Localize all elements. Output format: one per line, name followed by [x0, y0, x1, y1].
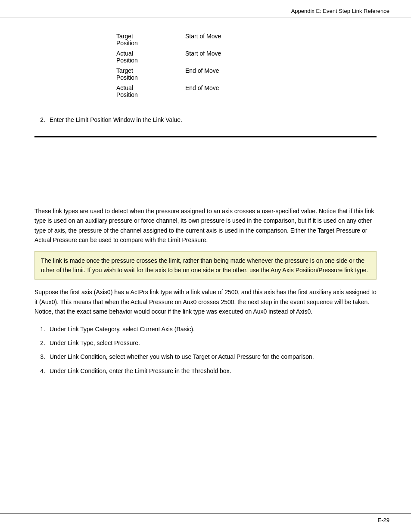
- step-number-3: 3.: [34, 352, 45, 361]
- table-row: ActualPosition End of Move: [116, 83, 241, 100]
- step-item-4: 4. Under Link Condition, enter the Limit…: [34, 366, 377, 376]
- steps-list: 1. Under Link Type Category, select Curr…: [34, 324, 377, 376]
- value-start-of-move-2: Start of Move: [172, 48, 241, 65]
- footer-page-number: E-29: [378, 517, 389, 523]
- step-content-3: Under Link Condition, select whether you…: [50, 352, 377, 361]
- table-section: TargetPosition Start of Move ActualPosit…: [34, 18, 377, 109]
- table-row: TargetPosition Start of Move: [116, 31, 241, 48]
- label-actual-position-2: ActualPosition: [116, 83, 172, 100]
- step-number-4: 4.: [34, 366, 45, 376]
- step-content-4: Under Link Condition, enter the Limit Pr…: [50, 366, 377, 376]
- note-box: The link is made once the pressure cross…: [34, 251, 377, 280]
- table-row: ActualPosition Start of Move: [116, 48, 241, 65]
- step-content-1: Under Link Type Category, select Current…: [50, 324, 377, 334]
- second-section: These link types are used to detect when…: [34, 137, 377, 376]
- label-target-position-2: TargetPosition: [116, 65, 172, 83]
- label-target-position-1: TargetPosition: [116, 31, 172, 48]
- value-end-of-move-2: End of Move: [172, 83, 241, 100]
- value-start-of-move-1: Start of Move: [172, 31, 241, 48]
- step-number-1: 1.: [34, 324, 45, 334]
- page-footer: E-29: [0, 513, 411, 523]
- label-actual-position-1: ActualPosition: [116, 48, 172, 65]
- page-header: Appendix E: Event Step Link Reference: [0, 0, 411, 18]
- page-container: Appendix E: Event Step Link Reference Ta…: [0, 0, 411, 532]
- step-number-2: 2.: [34, 338, 45, 348]
- step-item-3: 3. Under Link Condition, select whether …: [34, 352, 377, 361]
- example-text: Suppose the first axis (Axis0) has a Act…: [34, 287, 377, 316]
- table-row: TargetPosition End of Move: [116, 65, 241, 83]
- numbered-item-2: 2. Enter the Limit Position Window in th…: [34, 116, 377, 123]
- main-content: TargetPosition Start of Move ActualPosit…: [0, 18, 411, 397]
- value-end-of-move-1: End of Move: [172, 65, 241, 83]
- param-table: TargetPosition Start of Move ActualPosit…: [116, 31, 241, 100]
- item-text: Enter the Limit Position Window in the L…: [50, 116, 377, 123]
- step-item-2: 2. Under Link Type, select Pressure.: [34, 338, 377, 348]
- step-content-2: Under Link Type, select Pressure.: [50, 338, 377, 348]
- note-box-text: The link is made once the pressure cross…: [41, 257, 368, 274]
- header-title: Appendix E: Event Step Link Reference: [291, 8, 389, 14]
- body-text: These link types are used to detect when…: [34, 206, 377, 245]
- step-item-1: 1. Under Link Type Category, select Curr…: [34, 324, 377, 334]
- item-number: 2.: [34, 116, 45, 123]
